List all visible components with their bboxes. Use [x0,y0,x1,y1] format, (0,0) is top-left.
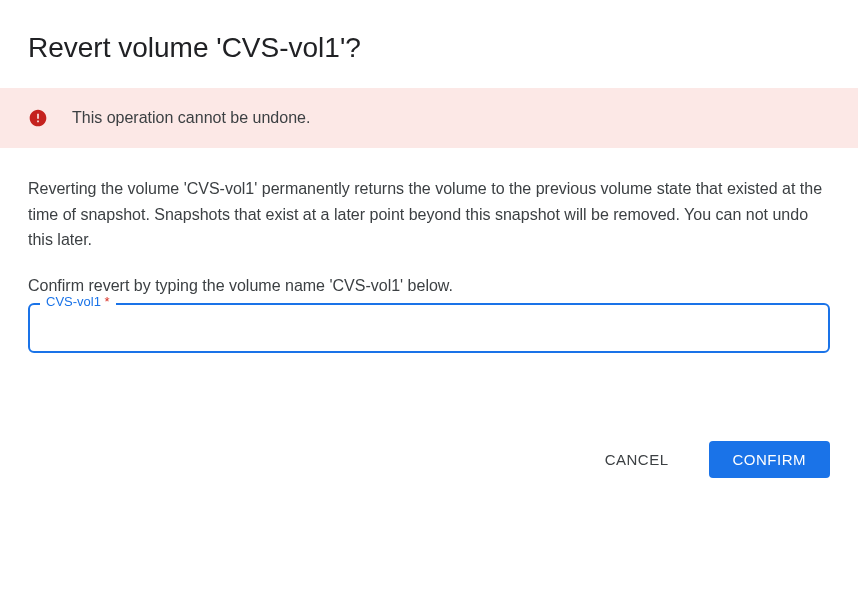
dialog-actions: Cancel Confirm [0,417,858,506]
confirm-prompt: Confirm revert by typing the volume name… [28,277,830,295]
required-indicator: * [105,294,110,309]
warning-banner: This operation cannot be undone. [0,88,858,148]
input-label: CVS-vol1 * [40,294,116,309]
dialog-description: Reverting the volume 'CVS-vol1' permanen… [28,176,830,253]
error-icon [28,108,48,128]
confirm-button[interactable]: Confirm [709,441,831,478]
revert-volume-dialog: Revert volume 'CVS-vol1'? This operation… [0,0,858,506]
volume-name-input[interactable] [28,303,830,353]
cancel-button[interactable]: Cancel [581,441,693,478]
dialog-title: Revert volume 'CVS-vol1'? [0,0,858,88]
input-label-text: CVS-vol1 [46,294,101,309]
warning-text: This operation cannot be undone. [72,109,310,127]
volume-name-field: CVS-vol1 * [28,303,830,353]
dialog-body: Reverting the volume 'CVS-vol1' permanen… [0,148,858,381]
